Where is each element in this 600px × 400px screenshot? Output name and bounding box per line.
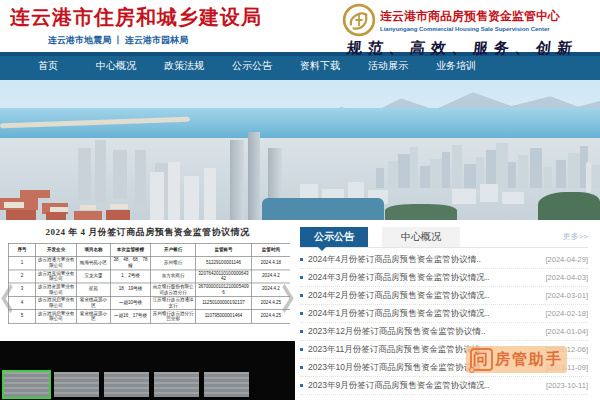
table-cell: 2 bbox=[8, 270, 35, 283]
bullet-icon bbox=[300, 348, 303, 351]
table-cell: 2024.4.18 bbox=[251, 256, 290, 269]
notice-date: [2024-03-01] bbox=[545, 291, 588, 300]
carousel-thumbnail[interactable] bbox=[4, 372, 49, 397]
supervision-table: 序号开发企业项目名称本次监管楼幢开户银行监管账号监管时间1连云港通力置业有限公司… bbox=[8, 243, 290, 323]
table-cell: 翰海书苑小区 bbox=[77, 256, 111, 269]
notice-title: 2024年2月份签订商品房预售资金监管协议情况.. bbox=[308, 290, 541, 302]
table-row: 5连云港润启置业有限公司紫金桃花源小区一期16、17号楼苏州银行连云港分行营业部… bbox=[8, 310, 290, 323]
table-cell: 连云港润启置业有限公司 bbox=[36, 310, 77, 323]
table-cell: 1 bbox=[8, 256, 35, 269]
table-header-cell: 开户银行 bbox=[151, 243, 196, 256]
notice-panel: 公示公告 中心概况 更多>> 2024年4月份签订商品房预售资金监管协议情..[… bbox=[295, 220, 600, 400]
table-header-cell: 监管账号 bbox=[196, 243, 252, 256]
nav-item[interactable]: 政策法规 bbox=[150, 59, 218, 73]
notice-title: 2024年4月份签订商品房预售资金监管协议情.. bbox=[308, 254, 541, 266]
notice-item[interactable]: 2024年4月份签订商品房预售资金监管协议情..[2024-04-29] bbox=[300, 251, 588, 269]
table-cell: 江苏银行连云港通灌支行 bbox=[151, 296, 196, 309]
table-cell: 5 bbox=[8, 310, 35, 323]
notice-date: [2024-02-18] bbox=[545, 309, 588, 318]
notice-title: 2023年9月份签订商品房预售资金监管协议情况.. bbox=[308, 380, 542, 392]
notice-title: 2023年11月份签订商品房预售资金监管协议情.. bbox=[308, 344, 541, 356]
table-cell: 一期16、17号楼 bbox=[110, 310, 150, 323]
notice-item[interactable]: 2023年11月份签订商品房预售资金监管协议情..[2023-12-06] bbox=[300, 341, 588, 359]
nav-item[interactable]: 公示公告 bbox=[218, 59, 286, 73]
notice-date: [2023-12-06] bbox=[545, 345, 588, 354]
table-cell: 宝龙大厦 bbox=[77, 270, 111, 283]
carousel-thumbnails bbox=[4, 372, 249, 397]
table-row: 1连云港通力置业有限公司翰海书苑小区38、48、68、78幢苏州银行512291… bbox=[8, 256, 290, 269]
notice-date: [2024-04-03] bbox=[545, 273, 588, 282]
table-cell: 连云港通力置业有限公司 bbox=[36, 256, 77, 269]
table-cell: 1、2号楼 bbox=[110, 270, 150, 283]
carousel-thumbnail[interactable] bbox=[154, 372, 199, 397]
notice-title: 2023年12月份签订商品房预售资金监管协议情.. bbox=[308, 326, 541, 338]
table-cell: 367000001012100054096 bbox=[196, 283, 252, 296]
bullet-icon bbox=[300, 312, 303, 315]
table-cell: 连云港嘉润置业有限公司 bbox=[36, 270, 77, 283]
notice-list: 2024年4月份签订商品房预售资金监管协议情..[2024-04-29]2024… bbox=[300, 251, 588, 395]
table-cell: 南京银行股份有限公司连云港分行 bbox=[151, 283, 196, 296]
haze-overlay bbox=[0, 80, 600, 220]
tab-center-overview[interactable]: 中心概况 bbox=[382, 227, 460, 247]
slogan: 规范、高效、服务、创新 bbox=[346, 39, 600, 58]
center-title-en: Lianyungang Commercial Housing Sale Supe… bbox=[380, 26, 560, 32]
notice-item[interactable]: 2023年9月份签订商品房预售资金监管协议情况..[2023-10-11] bbox=[300, 377, 588, 395]
site-header: 连云港市住房和城乡建设局 连云港市地震局 丨 连云港市园林局 连云港市商品房预售… bbox=[0, 0, 600, 52]
notice-item[interactable]: 2023年10月份签订商品房预售资金监管协议情..[2023-11-09] bbox=[300, 359, 588, 377]
tab-public-announcements[interactable]: 公示公告 bbox=[300, 227, 368, 247]
notice-item[interactable]: 2024年1月份签订商品房预售资金监管协议情况..[2024-02-18] bbox=[300, 305, 588, 323]
notice-tabs: 公示公告 中心概况 更多>> bbox=[300, 226, 588, 248]
table-header-cell: 序号 bbox=[8, 243, 35, 256]
agreement-panel: 2024 年 4 月份签订商品房预售资金监管协议情况 序号开发企业项目名称本次监… bbox=[0, 220, 295, 400]
notice-item[interactable]: 2023年12月份签订商品房预售资金监管协议情..[2024-01-04] bbox=[300, 323, 588, 341]
nav-item[interactable]: 业务培训 bbox=[422, 59, 490, 73]
table-title: 2024 年 4 月份签订商品房预售资金监管协议情况 bbox=[0, 226, 295, 239]
notice-date: [2024-04-29] bbox=[545, 255, 588, 264]
table-row: 4连云港润启置业有限公司紫金桃花源小区一期10号楼江苏银行连云港通灌支行1125… bbox=[8, 296, 290, 309]
table-cell: 苏州银行连云港分行营业部 bbox=[151, 310, 196, 323]
table-cell: 一期10号楼 bbox=[110, 296, 150, 309]
carousel-thumbnail[interactable] bbox=[104, 372, 149, 397]
table-cell: 11250100000192137 bbox=[196, 296, 252, 309]
more-link[interactable]: 更多>> bbox=[563, 231, 588, 242]
bullet-icon bbox=[300, 366, 303, 369]
page: 连云港市住房和城乡建设局 连云港市地震局 丨 连云港市园林局 连云港市商品房预售… bbox=[0, 0, 600, 400]
center-block: 连云港市商品房预售资金监管中心 Lianyungang Commercial H… bbox=[341, 2, 600, 58]
table-cell: 18、19号楼 bbox=[110, 283, 150, 296]
notice-title: 2023年10月份签订商品房预售资金监管协议情.. bbox=[308, 362, 542, 374]
table-cell: 东方农商行 bbox=[151, 270, 196, 283]
notice-item[interactable]: 2024年2月份签订商品房预售资金监管协议情况..[2024-03-01] bbox=[300, 287, 588, 305]
center-title: 连云港市商品房预售资金监管中心 bbox=[380, 8, 560, 25]
table-header-cell: 开发企业 bbox=[36, 243, 77, 256]
nav-item[interactable]: 活动展示 bbox=[354, 59, 422, 73]
bullet-icon bbox=[300, 330, 303, 333]
notice-item[interactable]: 2024年3月份签订商品房预售资金监管协议情况..[2024-04-03] bbox=[300, 269, 588, 287]
carousel-thumbnail[interactable] bbox=[204, 372, 249, 397]
nav-item[interactable]: 资料下载 bbox=[286, 59, 354, 73]
bullet-icon bbox=[300, 294, 303, 297]
nav-item[interactable]: 中心概况 bbox=[82, 59, 150, 73]
table-row: 3连云港金源置业有限公司星苑18、19号楼南京银行股份有限公司连云港分行3670… bbox=[8, 283, 290, 296]
main-content: 2024 年 4 月份签订商品房预售资金监管协议情况 序号开发企业项目名称本次监… bbox=[0, 220, 600, 400]
table-cell: 38、48、68、78幢 bbox=[110, 256, 150, 269]
carousel-thumbnail[interactable] bbox=[54, 372, 99, 397]
table-cell: 苏州银行 bbox=[151, 256, 196, 269]
bullet-icon bbox=[300, 276, 303, 279]
table-cell: 连云港金源置业有限公司 bbox=[36, 283, 77, 296]
nav-item[interactable]: 首页 bbox=[14, 59, 82, 73]
notice-title: 2024年1月份签订商品房预售资金监管协议情况.. bbox=[308, 308, 541, 320]
table-header-cell: 项目名称 bbox=[77, 243, 111, 256]
carousel-filmstrip bbox=[0, 341, 295, 400]
table-cell: 星苑 bbox=[77, 283, 111, 296]
table-cell: 2024.4.2 bbox=[251, 270, 290, 283]
notice-date: [2024-01-04] bbox=[545, 327, 588, 336]
bullet-icon bbox=[300, 384, 303, 387]
table-header-cell: 本次监管楼幢 bbox=[110, 243, 150, 256]
table-wrap: 序号开发企业项目名称本次监管楼幢开户银行监管账号监管时间1连云港通力置业有限公司… bbox=[8, 243, 290, 337]
table-cell: 110795000001464 bbox=[196, 310, 252, 323]
bullet-icon bbox=[300, 258, 303, 261]
notice-date: [2023-11-09] bbox=[546, 363, 588, 372]
center-logo-icon bbox=[341, 2, 377, 38]
notice-date: [2023-10-11] bbox=[546, 381, 588, 390]
notice-title: 2024年3月份签订商品房预售资金监管协议情况.. bbox=[308, 272, 541, 284]
